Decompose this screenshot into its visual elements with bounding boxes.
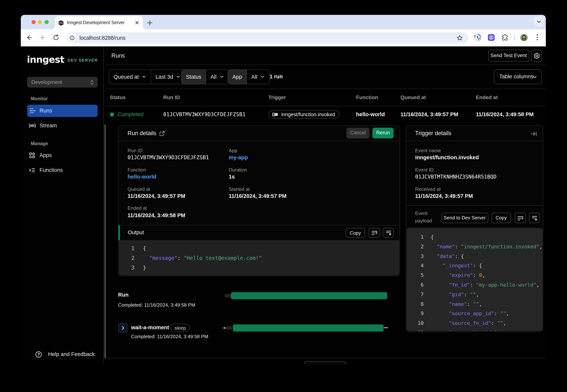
timeline-step-bar[interactable] [233, 324, 383, 331]
trigger-badge[interactable]: inngest/function.invoked [268, 110, 340, 119]
field-ended-at: Ended at11/16/2024, 3:49:58 PM [128, 205, 185, 219]
timeline-run-bar[interactable] [231, 292, 387, 299]
timeline-step-completed: Completed: 11/16/2024, 3:49:58 PM [131, 334, 208, 339]
runs-list-icon [29, 108, 35, 114]
col-run-id: Run ID [163, 95, 268, 100]
inngest-favicon-icon [58, 20, 64, 26]
timeline-tick [223, 327, 225, 328]
run-count: 1 run [269, 73, 283, 79]
chevron-down-icon [532, 74, 537, 79]
status-filter-group: Status All [181, 69, 229, 84]
col-queued-at: Queued at [400, 95, 476, 100]
table-header: Status Run ID Trigger Function Queued at… [105, 89, 546, 106]
send-to-dev-server-button[interactable]: Send to Dev Server [441, 213, 488, 223]
payload-wrap-text-icon-button[interactable] [515, 213, 525, 223]
forward-icon[interactable] [39, 34, 46, 41]
question-circle-icon [35, 351, 42, 358]
chevron-down-icon [176, 74, 181, 79]
page-info-icon[interactable] [68, 34, 76, 42]
back-icon[interactable] [26, 34, 32, 41]
table-columns-dropdown[interactable]: Table columns [494, 69, 541, 84]
collapse-panel-icon[interactable] [530, 130, 537, 137]
environment-select[interactable]: Development [27, 77, 98, 88]
output-copy-button[interactable]: Copy [346, 228, 365, 238]
external-link-icon[interactable] [159, 131, 165, 137]
queued-at-cell: 11/16/2024, 3:49:57 PM [400, 111, 476, 117]
scroll-to-bottom-icon-button[interactable] [383, 228, 394, 238]
profile-avatar[interactable] [520, 34, 528, 41]
trigger-name: inngest/function.invoked [281, 112, 335, 117]
tab-title: Inngest Development Server [67, 20, 125, 25]
trigger-details-header: Trigger details [406, 126, 543, 141]
inngest-logo: inngestDEV SERVER [27, 54, 98, 65]
browser-menu-icon[interactable] [537, 34, 538, 41]
table-columns-label: Table columns [499, 73, 534, 79]
col-ended-at: Ended at [476, 95, 546, 100]
logo-wordmark: inngest [27, 54, 64, 65]
timeline-run-completed: Completed: 11/16/2024, 3:49:58 PM [118, 302, 195, 308]
status-filter-dropdown[interactable]: All [206, 70, 228, 84]
sidebar-section-monitor: Monitor [31, 96, 48, 101]
function-cell: hello-world [356, 111, 400, 117]
address-bar[interactable]: localhost:8288/runs [67, 32, 468, 43]
app-filter-dropdown[interactable]: All [247, 70, 269, 84]
stream-broadcast-icon [29, 122, 35, 129]
event-payload-code-block[interactable]: 1{2 "name": "inngest/function.invoked",3… [406, 228, 542, 331]
wrap-text-icon-button[interactable] [369, 228, 380, 238]
timeline-end-tick [384, 327, 388, 328]
sidebar: inngestDEV SERVER Development Monitor Ru… [21, 46, 104, 364]
window-minimize-button[interactable] [38, 20, 42, 24]
event-pulse-icon [272, 112, 278, 117]
browser-tab-strip: Inngest Development Server [21, 15, 546, 29]
time-field-label: Queued at [114, 74, 139, 80]
browser-tab-active[interactable]: Inngest Development Server [55, 16, 143, 29]
timeline-queued-segment [225, 294, 231, 297]
reload-icon[interactable] [53, 34, 59, 41]
sidebar-item-runs[interactable]: Runs [27, 104, 98, 117]
scrollbar-thumb[interactable] [104, 124, 106, 358]
timeline-controls-button[interactable] [304, 361, 346, 364]
cancel-button[interactable]: Cancel [346, 128, 369, 138]
output-accent-bar [118, 225, 120, 240]
field-queued-at: Queued at11/16/2024, 3:49:57 PM [128, 186, 185, 200]
functions-list-icon [29, 167, 35, 173]
payload-copy-button[interactable]: Copy [491, 213, 511, 223]
tab-curve [51, 26, 55, 29]
app-content: inngestDEV SERVER Development Monitor Ru… [21, 46, 546, 364]
app-filter-group: App All [228, 69, 269, 84]
settings-button[interactable] [531, 50, 542, 62]
window-close-button[interactable] [31, 20, 35, 24]
time-filter-group: Queued at Last 3d [109, 69, 185, 84]
app-filter-value: All [251, 74, 257, 80]
field-duration: Duration1s [229, 167, 247, 181]
col-function: Function [356, 95, 400, 100]
expand-step-button[interactable] [118, 323, 127, 333]
output-title: Output [128, 229, 144, 235]
sleep-badge: sleep [170, 324, 190, 332]
time-range-label: Last 3d [156, 74, 173, 80]
event-payload-label: Event payload [415, 210, 438, 224]
page-header: Runs Send Test Event [105, 46, 546, 65]
time-range-dropdown[interactable]: Last 3d [151, 70, 185, 84]
extensions-puzzle-icon[interactable] [501, 34, 509, 41]
time-field-dropdown[interactable]: Queued at [109, 70, 151, 84]
table-row[interactable]: Completed 01JCVBTMV3WXY9D3CFDEJFZSB1 inn… [105, 106, 546, 123]
timeline-step-label: wait-a-moment [131, 324, 169, 330]
browser-extension-icon[interactable] [488, 34, 495, 41]
bookmark-star-icon[interactable] [456, 34, 463, 41]
timeline-run-label: Run [118, 292, 128, 297]
sidebar-item-label: Stream [40, 123, 57, 128]
help-label: Help and Feedback [48, 351, 95, 357]
tab-close-icon[interactable] [134, 20, 140, 26]
password-manager-icon[interactable] [474, 34, 481, 41]
field-function: Functionhello-world [128, 167, 156, 181]
payload-scroll-bottom-icon-button[interactable] [529, 213, 540, 223]
rerun-button[interactable]: Rerun [372, 128, 394, 138]
send-test-event-button[interactable]: Send Test Event [488, 50, 529, 62]
window-zoom-button[interactable] [44, 20, 48, 24]
tab-search-chevron-icon[interactable] [534, 16, 544, 26]
output-code-block[interactable]: 1{2 "message": "Hello test@example.com!"… [119, 240, 399, 275]
screen: Inngest Development Server localhost:828… [0, 0, 567, 392]
url-text[interactable]: localhost:8288/runs [79, 35, 126, 41]
new-tab-icon[interactable] [146, 20, 154, 26]
